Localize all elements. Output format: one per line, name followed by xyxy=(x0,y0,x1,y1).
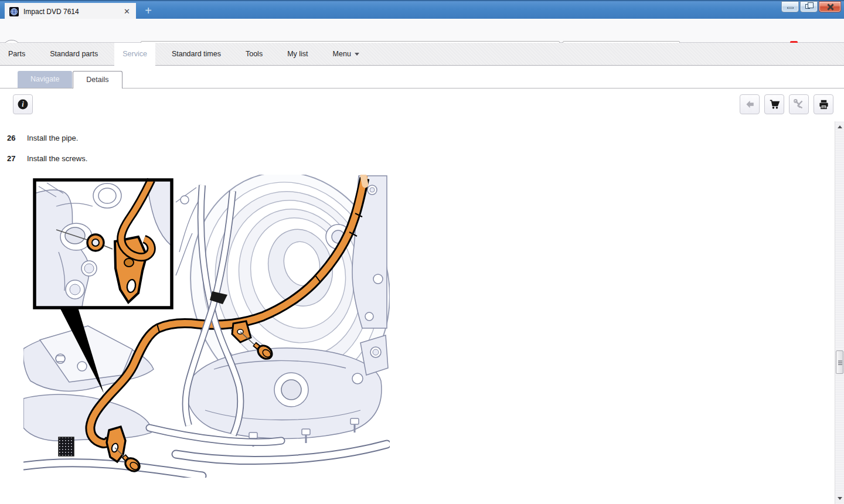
restore-icon xyxy=(805,4,810,9)
tab-navigate[interactable]: Navigate xyxy=(18,71,72,88)
printer-icon xyxy=(818,99,829,110)
menu-item-standard-parts[interactable]: Standard parts xyxy=(42,43,106,65)
scroll-up-arrow[interactable] xyxy=(835,122,844,131)
tab-title: Impact DVD 7614 xyxy=(23,8,122,16)
menu-item-menu[interactable]: Menu xyxy=(325,43,367,65)
vertical-scrollbar[interactable] xyxy=(835,121,844,504)
browser-toolbar: localhost:8800/impact3/application/#serv… xyxy=(0,19,844,43)
tab-close-icon[interactable]: ✕ xyxy=(122,7,131,16)
menu-item-standard-times[interactable]: Standard times xyxy=(164,43,229,65)
step-text: Install the pipe. xyxy=(27,134,78,142)
chevron-down-icon xyxy=(355,53,359,56)
inset-detail-box xyxy=(35,180,172,308)
browser-tab[interactable]: Impact DVD 7614 ✕ xyxy=(5,3,136,20)
menu-item-tools[interactable]: Tools xyxy=(237,43,271,65)
scroll-down-arrow[interactable] xyxy=(835,494,844,503)
cart-icon xyxy=(769,99,780,110)
content-toolbar: i xyxy=(0,88,844,121)
close-icon xyxy=(826,3,834,11)
minimize-icon xyxy=(787,7,794,9)
menu-item-my-list[interactable]: My list xyxy=(279,43,316,65)
previous-button[interactable] xyxy=(740,94,760,114)
pipe-bracket-lower xyxy=(107,427,125,462)
cart-button[interactable] xyxy=(764,94,784,114)
window-titlebar: Impact DVD 7614 ✕ + xyxy=(0,0,844,19)
close-button[interactable] xyxy=(819,1,841,12)
tab-favicon-globe-icon xyxy=(9,7,19,16)
menu-item-service[interactable]: Service xyxy=(114,43,155,65)
step-text: Install the screws. xyxy=(27,154,87,163)
step-number: 26 xyxy=(7,134,15,142)
tab-details[interactable]: Details xyxy=(73,71,122,88)
arrow-left-icon xyxy=(744,99,755,110)
info-button[interactable]: i xyxy=(13,94,33,114)
scroll-thumb[interactable] xyxy=(836,350,843,374)
menu-item-parts[interactable]: Parts xyxy=(0,43,33,65)
step-number: 27 xyxy=(7,154,15,163)
info-icon: i xyxy=(17,98,29,110)
pipe-washer xyxy=(87,234,104,251)
tools-icon xyxy=(794,99,804,110)
service-details-page: 26 Install the pipe. 27 Install the scre… xyxy=(0,121,835,504)
print-button[interactable] xyxy=(814,94,833,114)
engine-illustration xyxy=(23,175,390,478)
restore-button[interactable] xyxy=(800,1,818,12)
new-tab-button[interactable]: + xyxy=(138,3,158,20)
subtab-bar: Navigate Details xyxy=(0,66,844,88)
tools-button[interactable] xyxy=(789,94,809,114)
app-menu-bar: Parts Standard parts Service Standard ti… xyxy=(0,43,844,66)
minimize-button[interactable] xyxy=(781,1,799,12)
window-controls xyxy=(781,1,841,12)
